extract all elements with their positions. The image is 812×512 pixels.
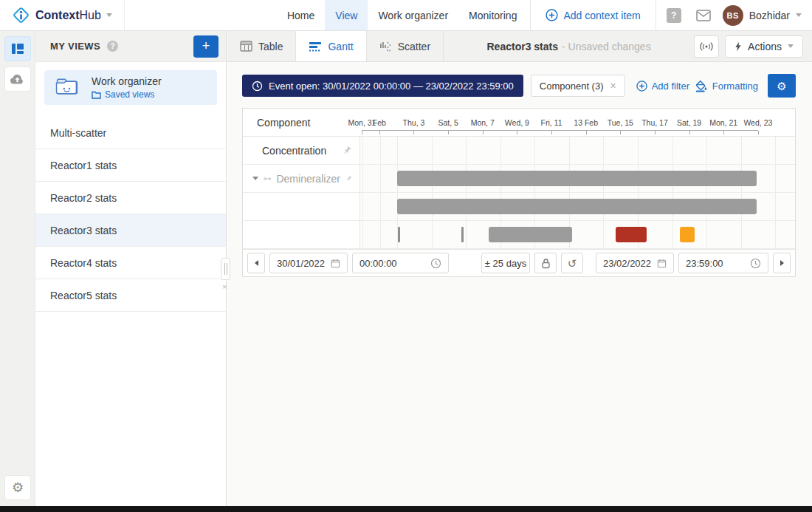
nav-item-home[interactable]: Home	[277, 0, 325, 30]
gantt-date-toolbar: 30/01/2022 00:00:00 ± 25 days	[243, 249, 795, 276]
broadcast-icon	[700, 41, 713, 52]
gantt-settings-button[interactable]: ⚙	[768, 74, 796, 98]
gantt-row-track	[359, 137, 795, 164]
sidebar-header: MY VIEWS ? +	[35, 31, 226, 62]
nav-item-view[interactable]: View	[325, 0, 368, 30]
end-date-field[interactable]: 23/02/2022	[596, 253, 674, 273]
messages-button[interactable]	[689, 0, 718, 30]
help-icon[interactable]: ?	[107, 41, 118, 52]
gantt-header: Component Mon, 31FebThu, 3Sat, 5Mon, 7We…	[243, 109, 795, 137]
sidebar-item-multi-scatter[interactable]: Multi-scatter	[35, 117, 226, 149]
remove-filter-icon[interactable]: ×	[610, 80, 616, 92]
app-screen: ContextHub Home View Work organizer Moni…	[0, 0, 812, 512]
folder-icon	[92, 91, 101, 99]
gantt-row-track	[359, 165, 795, 192]
tab-gantt[interactable]: Gantt	[296, 31, 366, 61]
gantt-rows: Concentration	[243, 137, 795, 249]
views-panel-button[interactable]	[4, 36, 31, 61]
sidebar-item-reactor4-stats[interactable]: Reactor4 stats	[35, 247, 226, 279]
sidebar-resize-handle[interactable]	[221, 258, 230, 280]
add-filter-button[interactable]: Add filter	[636, 81, 689, 92]
chevron-down-icon	[796, 13, 802, 17]
component-filter-chip[interactable]: Component (3) ×	[531, 75, 625, 97]
view-name: Reactor3 stats	[487, 41, 559, 52]
formatting-button[interactable]: Formatting	[695, 80, 758, 92]
gantt-bar[interactable]	[398, 227, 400, 242]
timeline-tick-mark	[448, 131, 449, 134]
brand[interactable]: ContextHub	[0, 0, 125, 30]
sidebar-item-reactor2-stats[interactable]: Reactor2 stats	[35, 182, 226, 214]
top-navbar: ContextHub Home View Work organizer Moni…	[0, 0, 812, 31]
cloud-upload-button[interactable]	[4, 66, 31, 92]
gantt-bar[interactable]	[461, 227, 464, 242]
timeline-ruler	[362, 130, 757, 131]
timeline-tick-label: Tue, 15	[608, 118, 633, 127]
gantt-timeline-header: Mon, 31FebThu, 3Sat, 5Mon, 7Wed, 9Fri, 1…	[359, 109, 795, 136]
chevron-down-icon[interactable]	[106, 13, 112, 17]
gantt-bar[interactable]	[616, 227, 647, 242]
chevron-down-icon	[788, 44, 794, 48]
actions-button[interactable]: Actions	[725, 35, 803, 58]
bottom-bar	[0, 506, 812, 512]
scatter-icon	[379, 41, 392, 52]
sidebar-item-reactor3-stats[interactable]: Reactor3 stats	[35, 214, 226, 247]
timeline-tick-label: Feb	[373, 118, 386, 127]
unsaved-changes-status: - Unsaved changes	[562, 41, 651, 52]
saved-views-link[interactable]: Saved views	[92, 89, 162, 100]
shift-range-right-button[interactable]	[773, 253, 791, 273]
timeline-tick-label: Mon, 21	[709, 118, 737, 127]
collapse-row-icon[interactable]	[252, 177, 258, 180]
timeline-tick-mark	[620, 131, 621, 134]
link-icon	[264, 175, 271, 182]
reset-range-button[interactable]: ↺	[561, 253, 583, 273]
pin-icon[interactable]	[342, 146, 352, 156]
add-context-item-button[interactable]: Add context item	[534, 0, 652, 30]
timeline-tick-mark	[689, 131, 690, 134]
nav-item-monitoring[interactable]: Monitoring	[458, 0, 527, 30]
nav-item-work-organizer[interactable]: Work organizer	[368, 0, 458, 30]
pin-icon[interactable]	[345, 174, 352, 184]
end-time-field[interactable]: 23:59:00	[678, 253, 768, 273]
view-content: Event open: 30/01/2022 00:00:00 — 23/02/…	[227, 62, 812, 277]
row-label: Demineralizer	[276, 173, 340, 185]
event-open-filter-pill[interactable]: Event open: 30/01/2022 00:00:00 — 23/02/…	[242, 75, 523, 97]
gantt-bar[interactable]	[680, 227, 695, 242]
workspace-card[interactable]: Work organizer Saved views	[44, 70, 217, 105]
avatar: BS	[723, 5, 743, 26]
help-button[interactable]: ?	[659, 0, 689, 30]
user-menu[interactable]: BS Bozhidar	[718, 0, 812, 30]
range-span-button[interactable]: ± 25 days	[481, 253, 530, 273]
left-rail: ⚙	[0, 31, 35, 506]
plus-circle-icon	[546, 9, 558, 21]
tab-table[interactable]: Table	[227, 31, 296, 61]
gantt-row-track	[359, 221, 795, 248]
table-icon	[240, 41, 252, 52]
collapse-sidebar-icon[interactable]: ×	[222, 282, 227, 291]
gantt-row-demineralizer: Demineralizer	[243, 165, 795, 193]
timeline-tick-mark	[586, 131, 587, 134]
gantt-bar[interactable]	[489, 227, 572, 242]
gantt-bar[interactable]	[397, 199, 756, 214]
start-time-field[interactable]: 00:00:00	[352, 253, 449, 273]
add-view-button[interactable]: +	[193, 35, 219, 58]
tab-scatter[interactable]: Scatter	[367, 31, 444, 61]
views-sidebar: MY VIEWS ? + Work organizer Saved views	[35, 31, 227, 506]
mail-icon	[696, 10, 711, 21]
gantt-bar[interactable]	[397, 171, 756, 186]
settings-button[interactable]: ⚙	[4, 475, 31, 500]
lock-range-button[interactable]	[534, 253, 557, 273]
help-icon: ?	[667, 8, 681, 23]
shift-range-left-button[interactable]	[247, 253, 265, 273]
plus-circle-icon	[636, 81, 647, 92]
timeline-tick-mark	[483, 131, 484, 134]
live-broadcast-button[interactable]	[694, 35, 719, 58]
sidebar-item-reactor5-stats[interactable]: Reactor5 stats	[35, 279, 226, 312]
sidebar-item-reactor1-stats[interactable]: Reactor1 stats	[35, 149, 226, 182]
timeline-tick-mark	[758, 131, 759, 134]
view-tabbar: Table Gantt Scatter R	[227, 31, 812, 62]
start-date-field[interactable]: 30/01/2022	[269, 253, 348, 273]
gantt-row-concentration: Concentration	[243, 137, 795, 165]
timeline-tick-label: Sat, 19	[677, 118, 701, 127]
row-label-cell	[243, 193, 359, 220]
contexthub-logo-icon	[12, 6, 30, 24]
